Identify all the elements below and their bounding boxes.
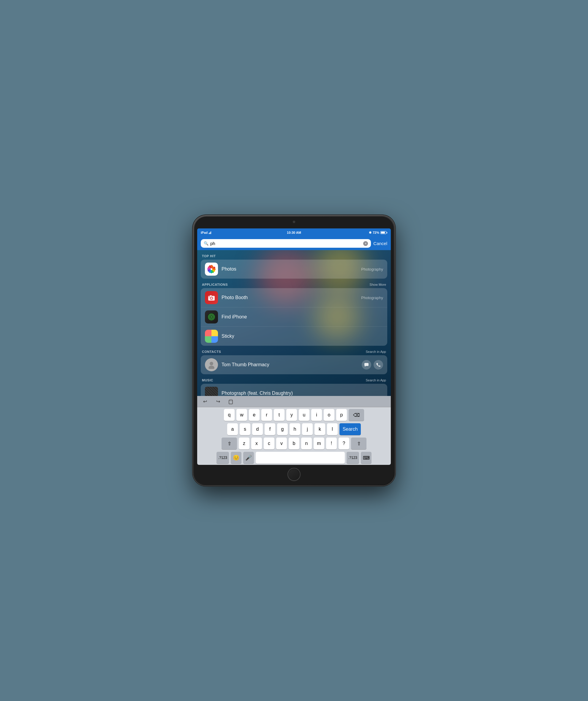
section-contacts-header: CONTACTS Search in App [201, 349, 387, 355]
ipad-device: iPad 10:30 AM ✱ 72% [193, 215, 395, 486]
result-item-photos[interactable]: Photos Photography [201, 260, 387, 279]
search-clear-button[interactable] [363, 241, 368, 246]
result-item-findiphone[interactable]: Find iPhone [201, 307, 387, 326]
key-m[interactable]: m [314, 438, 324, 449]
key-y[interactable]: y [286, 409, 297, 421]
key-x[interactable]: x [251, 438, 262, 449]
findiphone-app-name: Find iPhone [222, 314, 383, 319]
music-search-in-app[interactable]: Search in App [366, 379, 386, 382]
battery-icon [380, 231, 387, 234]
key-row-4: .?123 😊 🎤 .?123 ⌨ [198, 452, 390, 464]
key-n[interactable]: n [301, 438, 312, 449]
key-l[interactable]: l [327, 423, 338, 435]
emoji-key[interactable]: 😊 [231, 452, 241, 464]
device-inner: iPad 10:30 AM ✱ 72% [194, 217, 394, 484]
keyboard-dismiss-key[interactable]: ⌨ [361, 452, 371, 464]
show-more-button[interactable]: Show More [369, 283, 386, 286]
key-d[interactable]: d [252, 423, 263, 435]
key-f[interactable]: f [265, 423, 275, 435]
battery-fill [381, 232, 385, 233]
redo-button[interactable]: ↪ [214, 398, 222, 406]
paste-icon [228, 399, 234, 405]
key-a[interactable]: a [227, 423, 238, 435]
music-card: Photograph (feat. Chris Daughtry) [201, 384, 387, 396]
front-camera [293, 221, 295, 223]
shift-left-key[interactable]: ⇧ [222, 438, 237, 449]
battery-percent-label: 72% [373, 231, 379, 234]
numbers-right-key[interactable]: .?123 [347, 452, 359, 464]
svg-rect-17 [210, 295, 212, 296]
search-bar-container: 🔍 ph Cancel [197, 237, 391, 250]
photos-app-category: Photography [361, 267, 383, 271]
contact-name: Tom Thumb Pharmacy [222, 362, 358, 368]
key-e[interactable]: e [249, 409, 260, 421]
key-z[interactable]: z [239, 438, 250, 449]
photos-app-icon [205, 263, 218, 276]
result-item-photograph[interactable]: Photograph (feat. Chris Daughtry) [201, 384, 387, 396]
wifi-bar-2 [210, 232, 210, 234]
section-contacts: CONTACTS Search in App [201, 349, 387, 374]
results-scroll: TOP HIT [197, 250, 391, 396]
sticky-cell-blue [212, 336, 218, 343]
section-applications-header: APPLICATIONS Show More [201, 282, 387, 288]
space-key[interactable] [256, 452, 345, 464]
key-q[interactable]: q [224, 409, 235, 421]
key-j[interactable]: j [302, 423, 313, 435]
key-k[interactable]: k [314, 423, 325, 435]
undo-button[interactable]: ↩ [201, 398, 209, 406]
key-t[interactable]: t [274, 409, 285, 421]
key-v[interactable]: v [276, 438, 287, 449]
key-b[interactable]: b [289, 438, 299, 449]
key-g[interactable]: g [277, 423, 288, 435]
result-item-tom-thumb[interactable]: Tom Thumb Pharmacy [201, 355, 387, 374]
key-w[interactable]: w [236, 409, 247, 421]
shift-right-key[interactable]: ⇧ [351, 438, 366, 449]
status-bar: iPad 10:30 AM ✱ 72% [197, 228, 391, 237]
top-hit-card: Photos Photography [201, 260, 387, 279]
key-i[interactable]: i [311, 409, 322, 421]
section-top-hit-title: TOP HIT [202, 254, 216, 258]
phone-button[interactable] [373, 360, 383, 370]
svg-rect-29 [230, 400, 232, 401]
message-button[interactable] [362, 360, 371, 370]
bluetooth-icon: ✱ [369, 231, 371, 235]
search-input-value[interactable]: ph [210, 241, 361, 246]
key-exclaim[interactable]: ! [326, 438, 337, 449]
search-key[interactable]: Search [339, 423, 361, 435]
numbers-left-key[interactable]: .?123 [217, 452, 229, 464]
svg-point-24 [210, 362, 213, 365]
backspace-key[interactable]: ⌫ [349, 409, 364, 421]
key-row-1: q w e r t y u i o p ⌫ [198, 409, 390, 421]
key-u[interactable]: u [299, 409, 309, 421]
search-input-wrapper[interactable]: 🔍 ph [201, 239, 371, 248]
keyboard-area: ↩ ↪ q w e r [197, 396, 391, 465]
section-top-hit-header: TOP HIT [201, 253, 387, 260]
results-area: TOP HIT [197, 250, 391, 396]
contacts-search-in-app[interactable]: Search in App [366, 350, 386, 354]
home-button[interactable] [287, 468, 301, 481]
status-time: 10:30 AM [287, 231, 301, 234]
battery-body [380, 231, 386, 234]
status-right: ✱ 72% [369, 231, 387, 235]
key-p[interactable]: p [336, 409, 347, 421]
microphone-key[interactable]: 🎤 [243, 452, 254, 464]
key-o[interactable]: o [324, 409, 334, 421]
music-track-name: Photograph (feat. Chris Daughtry) [222, 391, 383, 396]
paste-button[interactable] [227, 398, 235, 406]
key-s[interactable]: s [240, 423, 250, 435]
svg-rect-26 [364, 363, 368, 366]
result-item-photobooth[interactable]: Photo Booth Photography [201, 288, 387, 307]
cancel-button[interactable]: Cancel [373, 241, 387, 246]
result-item-sticky[interactable]: Sticky [201, 326, 387, 346]
message-icon [364, 362, 369, 368]
key-r[interactable]: r [261, 409, 272, 421]
svg-point-23 [211, 317, 212, 317]
photobooth-app-name: Photo Booth [222, 295, 357, 300]
applications-card: Photo Booth Photography [201, 288, 387, 346]
photobooth-svg [207, 293, 216, 302]
key-c[interactable]: c [264, 438, 274, 449]
key-h[interactable]: h [290, 423, 300, 435]
photos-pinwheel-svg [207, 264, 216, 274]
person-icon [207, 361, 216, 369]
key-question[interactable]: ? [338, 438, 349, 449]
